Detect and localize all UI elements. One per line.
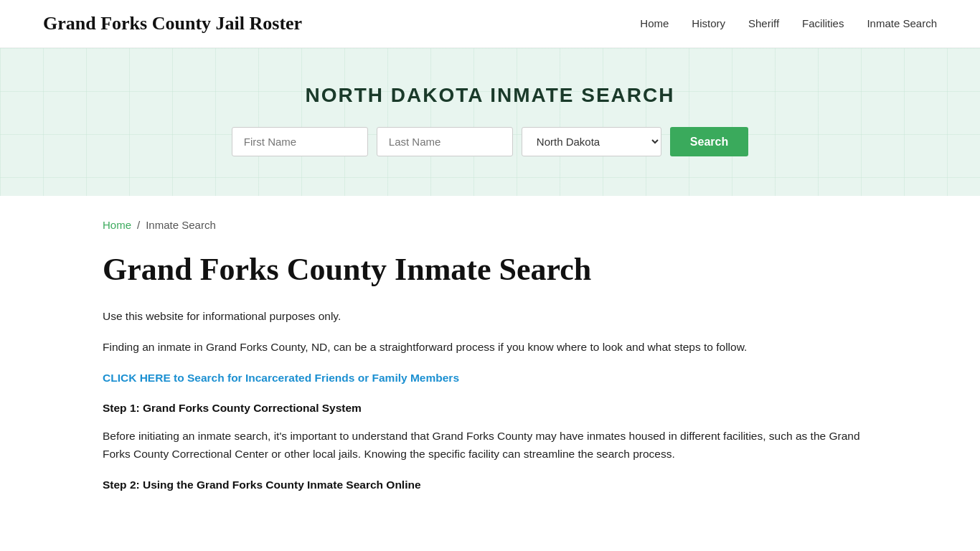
search-button[interactable]: Search — [670, 127, 748, 156]
breadcrumb-separator: / — [137, 219, 140, 231]
nav-item-history[interactable]: History — [692, 17, 725, 30]
site-header: Grand Forks County Jail Roster Home Hist… — [0, 0, 980, 48]
step1-heading: Step 1: Grand Forks County Correctional … — [103, 400, 877, 418]
nav-link-facilities[interactable]: Facilities — [802, 17, 844, 29]
nav-item-home[interactable]: Home — [640, 17, 669, 30]
nav-item-facilities[interactable]: Facilities — [802, 17, 844, 30]
article-content: Use this website for informational purpo… — [103, 308, 877, 494]
breadcrumb-current: Inmate Search — [146, 219, 216, 231]
search-form: North DakotaAlabamaAlaskaArizonaArkansas… — [14, 127, 966, 156]
nav-item-inmate-search[interactable]: Inmate Search — [867, 17, 937, 30]
nav-link-sheriff[interactable]: Sheriff — [748, 17, 779, 29]
breadcrumb: Home / Inmate Search — [103, 219, 877, 231]
breadcrumb-home-link[interactable]: Home — [103, 219, 131, 231]
site-title: Grand Forks County Jail Roster — [43, 13, 302, 34]
hero-heading: NORTH DAKOTA INMATE SEARCH — [14, 84, 966, 107]
hero-section: NORTH DAKOTA INMATE SEARCH North DakotaA… — [0, 48, 980, 196]
nav-link-home[interactable]: Home — [640, 17, 669, 29]
nav-link-history[interactable]: History — [692, 17, 725, 29]
last-name-input[interactable] — [377, 127, 513, 156]
main-nav: Home History Sheriff Facilities Inmate S… — [640, 17, 937, 30]
paragraph-2: Finding an inmate in Grand Forks County,… — [103, 339, 877, 357]
cta-link[interactable]: CLICK HERE to Search for Incarcerated Fr… — [103, 372, 459, 384]
nav-item-sheriff[interactable]: Sheriff — [748, 17, 779, 30]
state-select[interactable]: North DakotaAlabamaAlaskaArizonaArkansas… — [522, 127, 661, 156]
step2-heading: Step 2: Using the Grand Forks County Inm… — [103, 476, 877, 494]
nav-list: Home History Sheriff Facilities Inmate S… — [640, 17, 937, 30]
step1-body: Before initiating an inmate search, it's… — [103, 428, 877, 463]
cta-paragraph: CLICK HERE to Search for Incarcerated Fr… — [103, 369, 877, 387]
page-title: Grand Forks County Inmate Search — [103, 251, 877, 288]
paragraph-1: Use this website for informational purpo… — [103, 308, 877, 326]
main-content: Home / Inmate Search Grand Forks County … — [60, 196, 920, 547]
nav-link-inmate-search[interactable]: Inmate Search — [867, 17, 937, 29]
first-name-input[interactable] — [232, 127, 368, 156]
